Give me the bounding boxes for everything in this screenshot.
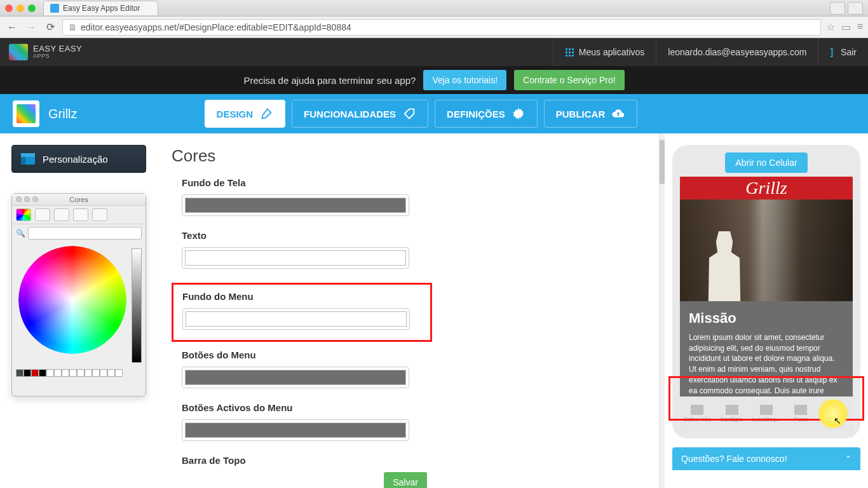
my-apps-link[interactable]: Meus aplicativos: [553, 38, 656, 66]
brand-text: EASY EASY APPS: [33, 44, 82, 59]
tab-design[interactable]: DESIGN: [205, 100, 286, 128]
picker-mode-image[interactable]: [73, 208, 88, 221]
picker-mode-palettes[interactable]: [54, 208, 69, 221]
forward-icon[interactable]: →: [24, 20, 38, 34]
swatch-row: [12, 369, 146, 377]
chevron-up-icon: ⌃: [845, 454, 851, 463]
field-topbar: Barra de Topo: [182, 455, 639, 466]
brush-icon: [259, 107, 273, 121]
swatch[interactable]: [62, 369, 69, 377]
cloud-upload-icon: [611, 107, 625, 121]
user-menu-button[interactable]: [830, 2, 845, 15]
sidebar-personalization[interactable]: Personalização: [11, 145, 146, 173]
pin-icon: [760, 405, 773, 415]
app-top-bar: EASY EASY APPS Meus aplicativos leonardo…: [0, 38, 868, 66]
label-topbar: Barra de Topo: [182, 455, 639, 466]
brightness-slider[interactable]: [132, 248, 142, 363]
chat-widget[interactable]: Questões? Fale connosco! ⌃: [672, 447, 860, 470]
cursor-icon: ↖: [834, 416, 841, 426]
label-menu-buttons-active: Botões Activos do Menu: [182, 402, 639, 413]
picker-title: Cores: [12, 194, 146, 206]
swatch[interactable]: [77, 369, 85, 377]
preview-section-title: Missão: [689, 309, 844, 329]
left-column: Personalização Cores 🔍: [0, 133, 159, 488]
bookmark-icon[interactable]: ☆: [826, 21, 835, 33]
minimize-window-icon[interactable]: [17, 4, 24, 12]
reload-icon[interactable]: ⟳: [43, 20, 57, 34]
field-menu-buttons: Botões do Menu: [182, 349, 639, 388]
brand[interactable]: EASY EASY APPS: [0, 44, 91, 60]
swatch[interactable]: [24, 369, 31, 377]
color-input-menu-background[interactable]: [182, 308, 410, 330]
pro-service-button[interactable]: Contrate o Serviço Pro!: [514, 70, 625, 90]
swatch[interactable]: [54, 369, 62, 377]
color-input-background[interactable]: [182, 194, 409, 216]
traffic-lights: [5, 4, 36, 12]
swatch[interactable]: [107, 369, 115, 377]
swatch[interactable]: [115, 369, 123, 377]
menu-icon[interactable]: ≡: [857, 21, 863, 33]
tag-icon: [402, 107, 416, 121]
app-name: Grillz: [48, 107, 78, 121]
swatch[interactable]: [39, 369, 46, 377]
favicon-icon: [50, 4, 59, 13]
preview-tab-menu[interactable]: Cardápio: [714, 396, 749, 431]
exit-icon: [830, 47, 836, 57]
tab-publish[interactable]: PUBLICAR: [544, 100, 638, 128]
save-button[interactable]: Salvar: [384, 472, 427, 488]
tab-features[interactable]: FUNCIONALIDADES: [292, 100, 428, 128]
bag-icon: [691, 405, 703, 415]
open-on-phone-button[interactable]: Abrir no Celular: [725, 152, 807, 173]
scrollbar-thumb[interactable]: [660, 140, 665, 184]
help-bar: Precisa de ajuda para terminar seu app? …: [0, 66, 868, 94]
maximize-window-icon[interactable]: [28, 4, 36, 12]
address-bar-row: ← → ⟳ 🗎 editor.easyeasyapps.net/#DesignP…: [0, 17, 868, 38]
back-icon[interactable]: ←: [5, 20, 19, 34]
url-text: editor.easyeasyapps.net/#DesignPlace:edi…: [81, 22, 351, 32]
app-icon[interactable]: [13, 100, 39, 127]
swatch[interactable]: [69, 369, 77, 377]
brand-logo-icon: [9, 44, 28, 60]
preview-tab-photos[interactable]: Fotos: [783, 396, 818, 431]
color-input-text[interactable]: [182, 247, 409, 269]
window-titlebar: Easy Easy Apps Editor: [0, 0, 868, 17]
swatch[interactable]: [100, 369, 107, 377]
picker-mode-crayons[interactable]: [92, 208, 107, 221]
preview-column: Abrir no Celular Grillz Missão Lorem ips…: [665, 133, 868, 488]
color-input-menu-buttons-active[interactable]: [182, 419, 409, 441]
color-wheel[interactable]: [18, 246, 126, 354]
form-panel: Cores Fundo de Tela Texto Fundo do Menu …: [159, 133, 665, 488]
click-highlight: [818, 399, 848, 428]
tutorials-button[interactable]: Veja os tutoriais!: [423, 70, 506, 90]
swatch[interactable]: [85, 369, 92, 377]
swatch[interactable]: [16, 369, 24, 377]
swatch[interactable]: [92, 369, 100, 377]
editor-nav: Grillz DESIGN FUNCIONALIDADES DEFINIÇÕES…: [0, 94, 868, 133]
color-cursor[interactable]: [71, 298, 75, 302]
preview-tab-location[interactable]: Localizaç...: [749, 396, 783, 431]
color-input-menu-buttons[interactable]: [182, 367, 409, 388]
browser-tab[interactable]: Easy Easy Apps Editor: [43, 1, 158, 15]
swatch[interactable]: [46, 369, 54, 377]
tab-settings[interactable]: DEFINIÇÕES: [435, 100, 538, 128]
field-menu-buttons-active: Botões Activos do Menu: [182, 402, 639, 441]
search-icon: 🔍: [16, 229, 25, 238]
fullscreen-button[interactable]: [848, 2, 863, 15]
picker-mode-tabs: [12, 206, 146, 224]
signout-link[interactable]: Sair: [818, 38, 868, 66]
grid-icon: [565, 48, 574, 57]
picker-mode-wheel[interactable]: [16, 208, 31, 221]
close-window-icon[interactable]: [5, 4, 13, 12]
field-menu-background: Fundo do Menu: [182, 291, 421, 330]
picker-search-input[interactable]: [28, 227, 142, 240]
address-bar[interactable]: 🗎 editor.easyeasyapps.net/#DesignPlace:e…: [62, 19, 821, 36]
picker-mode-sliders[interactable]: [35, 208, 50, 221]
swatch[interactable]: [31, 369, 39, 377]
user-email[interactable]: leonardo.dias@easyeasyapps.com: [656, 38, 818, 66]
field-text: Texto: [182, 230, 639, 269]
color-picker-panel[interactable]: Cores 🔍: [11, 193, 146, 396]
preview-tab-about[interactable]: Sobre Nós: [680, 396, 714, 431]
ext-icon[interactable]: ▭: [841, 21, 851, 33]
label-menu-background: Fundo do Menu: [182, 291, 421, 302]
label-menu-buttons: Botões do Menu: [182, 349, 639, 360]
